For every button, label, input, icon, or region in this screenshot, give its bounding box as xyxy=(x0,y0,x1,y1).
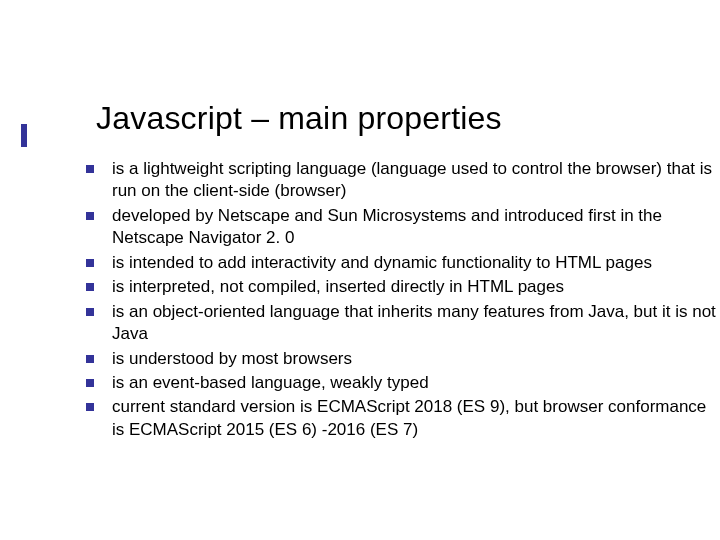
slide-title: Javascript – main properties xyxy=(96,100,502,137)
list-item: developed by Netscape and Sun Microsyste… xyxy=(86,205,716,250)
bullet-text: is an event-based language, weakly typed xyxy=(112,372,716,394)
list-item: is an object-oriented language that inhe… xyxy=(86,301,716,346)
bullet-icon xyxy=(86,379,94,387)
bullet-icon xyxy=(86,355,94,363)
bullet-text: is understood by most browsers xyxy=(112,348,716,370)
bullet-text: is a lightweight scripting language (lan… xyxy=(112,158,716,203)
list-item: is interpreted, not compiled, inserted d… xyxy=(86,276,716,298)
list-item: is an event-based language, weakly typed xyxy=(86,372,716,394)
bullet-icon xyxy=(86,165,94,173)
bullet-text: is intended to add interactivity and dyn… xyxy=(112,252,716,274)
slide-body: is a lightweight scripting language (lan… xyxy=(86,158,716,443)
bullet-text: is an object-oriented language that inhe… xyxy=(112,301,716,346)
list-item: is understood by most browsers xyxy=(86,348,716,370)
slide: Javascript – main properties is a lightw… xyxy=(0,0,720,540)
accent-bar xyxy=(21,124,27,147)
list-item: is a lightweight scripting language (lan… xyxy=(86,158,716,203)
bullet-icon xyxy=(86,212,94,220)
bullet-icon xyxy=(86,308,94,316)
bullet-text: current standard version is ECMAScript 2… xyxy=(112,396,716,441)
bullet-icon xyxy=(86,283,94,291)
bullet-text: is interpreted, not compiled, inserted d… xyxy=(112,276,716,298)
bullet-icon xyxy=(86,259,94,267)
bullet-text: developed by Netscape and Sun Microsyste… xyxy=(112,205,716,250)
bullet-icon xyxy=(86,403,94,411)
list-item: current standard version is ECMAScript 2… xyxy=(86,396,716,441)
list-item: is intended to add interactivity and dyn… xyxy=(86,252,716,274)
